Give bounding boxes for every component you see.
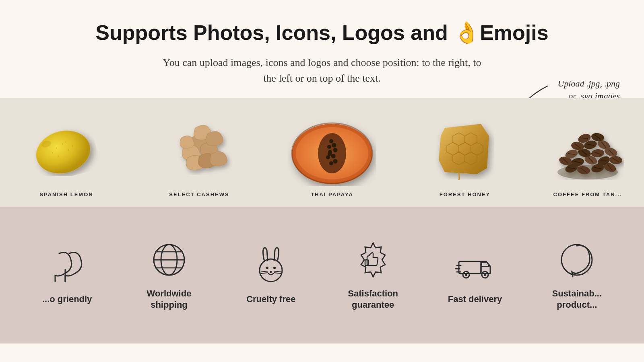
cashews-svg [159, 114, 239, 182]
svg-point-76 [465, 274, 467, 276]
cashews-image [159, 108, 239, 188]
coffee-svg [551, 116, 624, 180]
svg-line-70 [261, 273, 268, 274]
svg-point-2 [56, 147, 57, 148]
honey-image [433, 108, 497, 188]
product-item-papaya: THAI PAPAYA [266, 108, 398, 197]
svg-point-7 [72, 146, 73, 146]
benefit-item-sustainable: Sustainab...product... [526, 240, 628, 311]
product-label-coffee: COFFEE FROM TAN... [553, 191, 622, 197]
product-item-coffee: COFFEE FROM TAN... [531, 108, 644, 197]
benefit-item-delivery: Fast delivery [424, 245, 526, 305]
product-label-cashews: SELECT CASHEWS [169, 191, 229, 197]
page-title: Supports Photos, Icons, Logos and 👌Emoji… [80, 20, 564, 45]
product-label-lemon: SPANISH LEMON [39, 191, 93, 197]
product-label-honey: FOREST HONEY [440, 191, 491, 197]
svg-point-13 [332, 143, 336, 147]
svg-point-19 [333, 159, 338, 163]
svg-point-6 [65, 142, 66, 142]
svg-point-78 [484, 274, 486, 276]
leaf-icon [47, 245, 87, 286]
benefit-item-cruelty: Cruelty free [220, 245, 322, 305]
subtitle-text: You can upload images, icons and logos a… [161, 55, 483, 86]
honey-svg [433, 116, 497, 180]
coffee-image [551, 108, 624, 188]
svg-point-14 [327, 145, 331, 149]
svg-point-0 [34, 125, 95, 176]
product-label-papaya: THAI PAPAYA [311, 191, 353, 197]
lemon-image [34, 108, 99, 188]
papaya-svg [288, 110, 376, 186]
globe-icon [149, 240, 189, 280]
benefits-strip: ...o griendly Worldwideshipping [0, 207, 644, 343]
svg-point-5 [58, 155, 59, 156]
truck-icon [455, 245, 495, 286]
svg-line-72 [274, 273, 281, 274]
svg-point-21 [328, 152, 332, 156]
svg-point-66 [266, 267, 268, 269]
title-emoji: 👌 [454, 21, 480, 44]
benefit-label-sustainable: Sustainab...product... [552, 288, 602, 311]
svg-point-11 [318, 133, 346, 173]
product-item-honey: FOREST HONEY [398, 108, 531, 197]
svg-point-15 [333, 148, 338, 152]
leaf2-icon [557, 240, 597, 280]
svg-point-17 [331, 154, 336, 158]
svg-line-71 [274, 271, 281, 272]
benefit-label-delivery: Fast delivery [448, 294, 502, 305]
svg-point-82 [561, 245, 592, 275]
svg-point-67 [273, 267, 276, 269]
benefit-label-shipping: Worldwideshipping [147, 288, 192, 311]
header-section: Supports Photos, Icons, Logos and 👌Emoji… [0, 0, 644, 98]
benefit-item-shipping: Worldwideshipping [118, 240, 220, 311]
svg-point-3 [62, 143, 63, 144]
svg-point-8 [52, 152, 53, 153]
svg-point-20 [329, 161, 333, 165]
product-item-cashews: SELECT CASHEWS [133, 108, 266, 197]
papaya-image [288, 108, 376, 188]
benefit-label-cruelty: Cruelty free [246, 294, 295, 305]
svg-point-12 [329, 139, 333, 143]
benefit-label-guarantee: Satisfactionguarantee [348, 288, 398, 311]
product-item-lemon: SPANISH LEMON [0, 108, 133, 197]
svg-line-69 [261, 271, 268, 272]
product-strip: SPANISH LEMON [0, 98, 644, 207]
svg-point-4 [68, 149, 69, 150]
svg-rect-74 [459, 261, 481, 274]
benefit-item-guarantee: Satisfactionguarantee [322, 240, 424, 311]
svg-point-65 [260, 259, 282, 282]
svg-point-68 [270, 271, 272, 273]
title-text-end: Emojis [480, 21, 549, 44]
thumbsup-icon [353, 240, 393, 280]
rabbit-icon [251, 245, 291, 286]
lemon-svg [34, 120, 99, 176]
title-text-start: Supports Photos, Icons, Logos and [95, 21, 454, 44]
benefit-item-eco: ...o griendly [16, 245, 118, 305]
benefit-label-eco: ...o griendly [42, 294, 92, 305]
